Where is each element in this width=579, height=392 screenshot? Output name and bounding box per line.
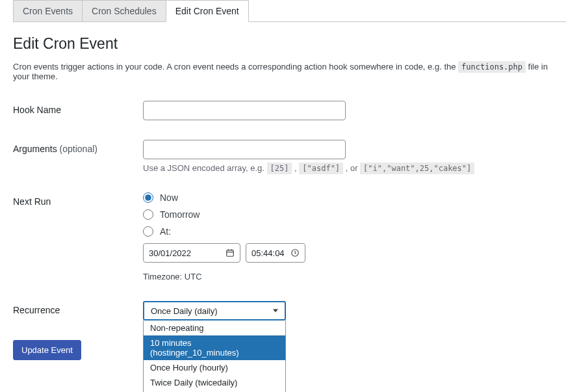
radio-now-label: Now bbox=[160, 192, 178, 203]
arguments-label: Arguments (optional) bbox=[13, 140, 143, 154]
tab-cron-events[interactable]: Cron Events bbox=[13, 0, 83, 21]
code-functions-php: functions.php bbox=[458, 61, 526, 73]
recurrence-select[interactable]: Once Daily (daily) bbox=[143, 301, 286, 320]
page-description: Cron events trigger actions in your code… bbox=[13, 62, 566, 81]
arguments-help: Use a JSON encoded array, e.g. [25] , ["… bbox=[143, 163, 566, 173]
radio-at[interactable] bbox=[143, 226, 153, 237]
time-input[interactable]: 05:44:04 bbox=[246, 243, 305, 263]
tab-cron-schedules[interactable]: Cron Schedules bbox=[82, 0, 166, 21]
option-non-repeating[interactable]: Non-repeating bbox=[144, 320, 285, 335]
option-twice-daily[interactable]: Twice Daily (twicedaily) bbox=[144, 375, 285, 390]
calendar-icon bbox=[225, 248, 235, 257]
recurrence-dropdown: Non-repeating 10 minutes (hostinger_10_m… bbox=[143, 320, 286, 392]
arguments-input[interactable] bbox=[143, 140, 346, 159]
radio-tomorrow-label: Tomorrow bbox=[160, 209, 199, 220]
hook-name-label: Hook Name bbox=[13, 101, 143, 115]
option-10-minutes[interactable]: 10 minutes (hostinger_10_minutes) bbox=[144, 335, 285, 360]
radio-now[interactable] bbox=[143, 192, 153, 203]
tab-edit-cron-event[interactable]: Edit Cron Event bbox=[166, 0, 249, 22]
recurrence-label: Recurrence bbox=[13, 301, 143, 315]
hook-name-input[interactable] bbox=[143, 101, 346, 120]
tabs-container: Cron Events Cron Schedules Edit Cron Eve… bbox=[13, 0, 566, 22]
clock-icon bbox=[290, 248, 300, 257]
radio-tomorrow[interactable] bbox=[143, 209, 153, 220]
svg-rect-0 bbox=[227, 250, 234, 256]
timezone-text: Timezone: UTC bbox=[143, 272, 566, 281]
page-title: Edit Cron Event bbox=[13, 35, 566, 53]
next-run-label: Next Run bbox=[13, 192, 143, 207]
date-input[interactable]: 30/01/2022 bbox=[143, 243, 240, 263]
radio-at-label: At: bbox=[160, 226, 171, 237]
option-once-hourly[interactable]: Once Hourly (hourly) bbox=[144, 360, 285, 375]
update-event-button[interactable]: Update Event bbox=[13, 340, 81, 360]
